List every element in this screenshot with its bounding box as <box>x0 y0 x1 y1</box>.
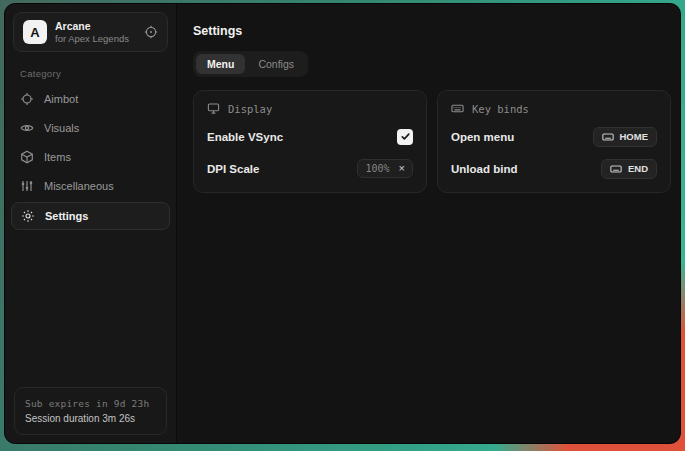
unload-bind-row: Unload bind END <box>451 158 657 179</box>
app-title: Arcane <box>55 20 129 33</box>
sidebar-nav: Aimbot Visuals Items <box>5 85 176 231</box>
keybinds-card-header: Key binds <box>451 102 657 115</box>
settings-cards: Display Enable VSync DPI Scale 100% × <box>193 90 671 193</box>
dpi-row: DPI Scale 100% × <box>207 158 413 179</box>
open-menu-bind-key: HOME <box>620 131 649 142</box>
display-card: Display Enable VSync DPI Scale 100% × <box>193 90 427 193</box>
tab-menu[interactable]: Menu <box>196 54 245 74</box>
app-subtitle: for Apex Legends <box>55 33 129 45</box>
check-icon <box>400 131 411 142</box>
sidebar-item-label: Aimbot <box>44 93 78 105</box>
tab-configs[interactable]: Configs <box>247 54 305 74</box>
page-title: Settings <box>193 24 671 38</box>
tab-bar: Menu Configs <box>193 51 308 77</box>
main-content: Settings Menu Configs Display Enable VSy… <box>177 4 681 443</box>
keyboard-icon <box>602 131 614 143</box>
gear-icon <box>21 209 35 223</box>
cube-icon <box>20 150 34 164</box>
clear-icon[interactable]: × <box>399 163 405 174</box>
sidebar-item-label: Visuals <box>44 122 79 134</box>
sidebar-item-label: Items <box>44 151 71 163</box>
eye-icon <box>20 121 34 135</box>
sidebar-item-aimbot[interactable]: Aimbot <box>5 85 176 113</box>
sidebar: A Arcane for Apex Legends Category <box>5 4 177 443</box>
subscription-card: Sub expires in 9d 23h Session duration 3… <box>14 387 167 435</box>
app-window: A Arcane for Apex Legends Category <box>4 3 681 444</box>
open-menu-bind-button[interactable]: HOME <box>593 127 658 147</box>
vsync-row: Enable VSync <box>207 126 413 147</box>
target-icon[interactable] <box>144 25 158 39</box>
sidebar-item-label: Miscellaneous <box>44 180 114 192</box>
keybinds-card-title: Key binds <box>472 103 529 115</box>
sidebar-item-settings[interactable]: Settings <box>11 202 170 230</box>
unload-bind-key: END <box>628 163 648 174</box>
app-logo: A <box>23 20 47 44</box>
dpi-scale-input[interactable]: 100% × <box>357 159 413 178</box>
crosshair-icon <box>20 92 34 106</box>
display-card-header: Display <box>207 102 413 115</box>
dpi-label: DPI Scale <box>207 163 259 175</box>
open-menu-row: Open menu HOME <box>451 126 657 147</box>
monitor-icon <box>207 102 220 115</box>
sidebar-item-items[interactable]: Items <box>5 143 176 171</box>
vsync-label: Enable VSync <box>207 131 283 143</box>
sidebar-item-miscellaneous[interactable]: Miscellaneous <box>5 172 176 200</box>
vsync-checkbox[interactable] <box>397 129 413 145</box>
category-label: Category <box>20 68 176 79</box>
keyboard-icon <box>451 102 464 115</box>
dpi-value: 100% <box>365 163 389 174</box>
unload-bind-button[interactable]: END <box>601 159 657 179</box>
open-menu-label: Open menu <box>451 131 514 143</box>
sidebar-item-visuals[interactable]: Visuals <box>5 114 176 142</box>
app-identity: Arcane for Apex Legends <box>55 20 129 45</box>
columns-icon <box>20 179 34 193</box>
sub-expiry-text: Sub expires in 9d 23h <box>25 396 156 411</box>
session-duration-text: Session duration 3m 26s <box>25 411 156 427</box>
display-card-title: Display <box>228 103 272 115</box>
sidebar-item-label: Settings <box>45 210 88 222</box>
unload-bind-label: Unload bind <box>451 163 517 175</box>
sidebar-header-card: A Arcane for Apex Legends <box>13 12 168 52</box>
keybinds-card: Key binds Open menu HOME Unload bin <box>437 90 671 193</box>
keyboard-icon <box>610 163 622 175</box>
